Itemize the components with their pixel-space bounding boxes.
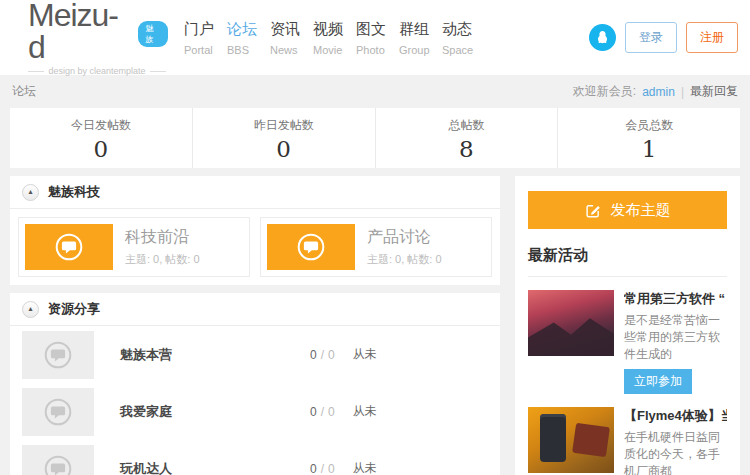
qq-penguin-icon [594,29,611,46]
nav-item-movie[interactable]: 视频 Movie [313,20,356,56]
sidebar: 发布主题 最新活动 常用第三方软件 “ 是不是经常苦恼一些常用的第三方软件生成的… [515,176,740,475]
last-post-time: 从未 [353,403,377,420]
section-title: 资源分享 [48,300,100,318]
forum-column: ▴ 魅族科技 科技前沿 主题: 0, 帖数: 0 [10,176,500,475]
nav-item-space[interactable]: 动态 Space [442,20,485,56]
activity-title[interactable]: 【Flyme4体验】当 [624,407,727,425]
forum-row-stats: 0 / 0 从未 [310,460,488,475]
login-button[interactable]: 登录 [625,22,677,53]
last-post-time: 从未 [353,346,377,363]
forum-block-tech-frontier[interactable]: 科技前沿 主题: 0, 帖数: 0 [18,217,250,277]
nav-item-group[interactable]: 群组 Group [399,20,442,56]
register-button[interactable]: 注册 [686,22,738,53]
new-topic-button[interactable]: 发布主题 [528,191,727,229]
section-title: 魅族科技 [48,183,100,201]
forum-stats-card: 今日发帖数 0 昨日发帖数 0 总帖数 8 会员总数 1 [10,108,740,168]
activity-description: 是不是经常苦恼一些常用的第三方软件生成的 [624,312,727,363]
forum-icon-tile [22,388,94,436]
stat-today-posts: 今日发帖数 0 [10,108,193,168]
main-content: ▴ 魅族科技 科技前沿 主题: 0, 帖数: 0 [10,176,740,475]
forum-row-love-family[interactable]: 我爱家庭 0 / 0 从未 [10,383,500,440]
forum-icon-tile [25,224,113,270]
stat-total-posts: 总帖数 8 [376,108,559,168]
collapse-icon[interactable]: ▴ [22,301,39,318]
forum-name[interactable]: 我爱家庭 [120,403,310,421]
section-header: ▴ 魅族科技 [10,176,500,209]
last-post-time: 从未 [353,460,377,475]
chat-bubble-icon [43,397,73,427]
chat-bubble-icon [43,454,73,475]
main-nav: 门户 Portal 论坛 BBS 资讯 News 视频 Movie 图文 Pho… [184,20,485,56]
forum-name[interactable]: 魅族本营 [120,346,310,364]
breadcrumb-bar: 论坛 欢迎新会员: admin | 最新回复 [0,75,750,108]
qq-login-icon[interactable] [589,24,616,51]
edit-icon [585,202,602,219]
forum-title[interactable]: 产品讨论 [367,227,442,248]
activity-thumbnail[interactable] [528,290,614,356]
forum-icon-tile [22,445,94,475]
breadcrumb[interactable]: 论坛 [12,83,36,100]
latest-reply-link[interactable]: 最新回复 [690,83,738,100]
nav-item-portal[interactable]: 门户 Portal [184,20,227,56]
logo-tagline: design by cleantemplate [28,66,166,76]
forum-icon-tile [267,224,355,270]
forum-row-phone-master[interactable]: 玩机达人 0 / 0 从未 [10,440,500,475]
forum-icon-tile [22,331,94,379]
join-now-button[interactable]: 立即参加 [624,369,692,394]
logo-badge: 魅族 [138,21,168,47]
welcome-label: 欢迎新会员: [573,83,636,100]
activity-thumbnail[interactable] [528,407,614,473]
section-resource-share: ▴ 资源分享 魅族本营 0 / 0 从未 [10,293,500,475]
forum-name[interactable]: 玩机达人 [120,460,310,475]
forum-row-stats: 0 / 0 从未 [310,403,488,420]
forum-title[interactable]: 科技前沿 [125,227,200,248]
stat-yesterday-posts: 昨日发帖数 0 [193,108,376,168]
activity-description: 在手机硬件日益同质化的今天，各手机厂商都 [624,429,727,475]
nav-item-photo[interactable]: 图文 Photo [356,20,399,56]
section-meizu-tech: ▴ 魅族科技 科技前沿 主题: 0, 帖数: 0 [10,176,500,285]
divider: | [681,85,684,99]
forum-block-product-discuss[interactable]: 产品讨论 主题: 0, 帖数: 0 [260,217,492,277]
site-header: Meizu-d 魅族 design by cleantemplate 门户 Po… [0,0,750,75]
section-header: ▴ 资源分享 [10,293,500,326]
forum-row-stats: 0 / 0 从未 [310,346,488,363]
logo[interactable]: Meizu-d 魅族 design by cleantemplate [28,0,168,76]
forum-meta: 主题: 0, 帖数: 0 [125,252,200,267]
stat-total-members: 会员总数 1 [558,108,740,168]
activity-item: 【Flyme4体验】当 在手机硬件日益同质化的今天，各手机厂商都 立即参加 [528,407,727,475]
collapse-icon[interactable]: ▴ [22,184,39,201]
logo-text: Meizu-d [28,0,133,63]
chat-bubble-icon [54,232,84,262]
nav-item-bbs[interactable]: 论坛 BBS [227,20,270,56]
chat-bubble-icon [296,232,326,262]
header-actions: 登录 注册 [589,22,738,53]
forum-row-meizu-camp[interactable]: 魅族本营 0 / 0 从未 [10,326,500,383]
forum-block-list: 科技前沿 主题: 0, 帖数: 0 产品讨论 主题: 0, 帖数: 0 [10,209,500,285]
latest-activity-title: 最新活动 [528,246,727,277]
activity-title[interactable]: 常用第三方软件 “ [624,290,727,308]
welcome-username-link[interactable]: admin [642,85,675,99]
chat-bubble-icon [43,340,73,370]
nav-item-news[interactable]: 资讯 News [270,20,313,56]
activity-item: 常用第三方软件 “ 是不是经常苦恼一些常用的第三方软件生成的 立即参加 [528,290,727,394]
forum-meta: 主题: 0, 帖数: 0 [367,252,442,267]
